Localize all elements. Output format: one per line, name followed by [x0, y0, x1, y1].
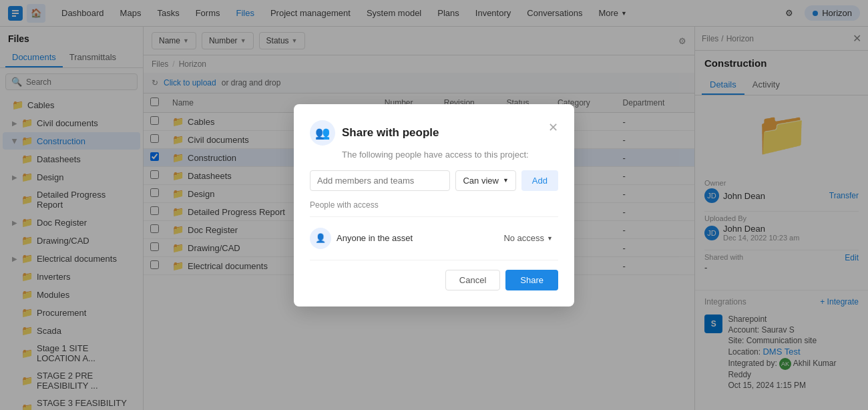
permission-label: Can view: [463, 176, 498, 186]
chevron-down-icon: ▼: [503, 177, 509, 184]
share-modal: 👥 Share with people ✕ The following peop…: [294, 104, 574, 306]
access-level-select[interactable]: No access ▼: [498, 230, 558, 246]
modal-close-button[interactable]: ✕: [548, 120, 558, 135]
access-level-label: No access: [503, 233, 544, 243]
modal-title: Share with people: [342, 126, 439, 140]
modal-divider: [310, 216, 558, 217]
add-members-input[interactable]: [310, 170, 450, 191]
modal-access-left: 👤 Anyone in the asset: [310, 228, 413, 249]
modal-access-label: Anyone in the asset: [337, 233, 413, 243]
share-icon: 👥: [310, 120, 335, 146]
permission-select[interactable]: Can view ▼: [455, 170, 515, 191]
modal-input-row: Can view ▼ Add: [310, 170, 558, 191]
modal-access-row: 👤 Anyone in the asset No access ▼: [310, 224, 558, 253]
add-button[interactable]: Add: [521, 170, 558, 191]
modal-footer: Cancel Share: [310, 270, 558, 290]
cancel-button[interactable]: Cancel: [445, 270, 500, 290]
share-button[interactable]: Share: [505, 270, 558, 290]
modal-overlay[interactable]: 👥 Share with people ✕ The following peop…: [0, 0, 868, 410]
modal-section-label: People with access: [310, 200, 558, 210]
modal-subtitle: The following people have access to this…: [342, 150, 558, 160]
person-icon: 👤: [310, 228, 331, 249]
modal-title-row: 👥 Share with people: [310, 120, 439, 146]
modal-divider-2: [310, 260, 558, 260]
chevron-down-icon: ▼: [547, 235, 553, 242]
modal-header: 👥 Share with people ✕: [310, 120, 558, 146]
